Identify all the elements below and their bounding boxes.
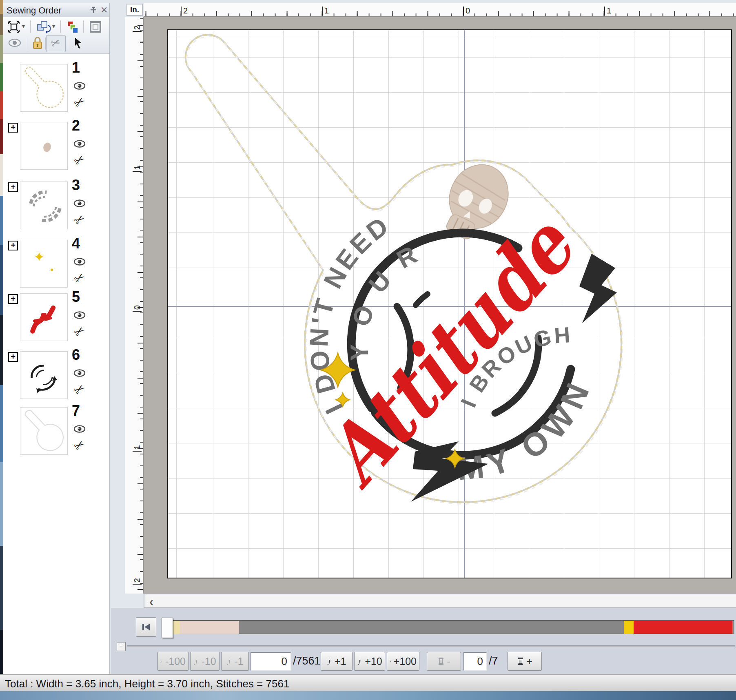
desktop-edge-strip (0, 0, 3, 700)
dropdown-icon[interactable]: ▾ (22, 23, 25, 29)
ruler-label: 1 (133, 165, 142, 172)
sequence-icon[interactable] (36, 20, 51, 34)
sewing-order-item[interactable]: 1 ✂ (3, 61, 109, 114)
slider-segment-red (634, 621, 732, 634)
ruler-label: 1 (322, 7, 329, 16)
needle-icon (160, 657, 163, 665)
trim-scissors-icon[interactable]: ✂ (74, 438, 84, 452)
ruler-label: 2 (181, 7, 188, 16)
thumbnail-skull-fill[interactable] (20, 122, 68, 170)
item-number: 4 (72, 235, 80, 252)
ruler-label: 2 (133, 578, 142, 585)
status-text: Total : Width = 3.65 inch, Height = 3.70… (5, 678, 289, 690)
stitch-forward-1-button[interactable]: +1 (321, 652, 352, 671)
panel-title-bar[interactable]: Sewing Order ✕ (3, 3, 109, 17)
ruler-label: 1 (604, 7, 611, 16)
thumbnail-black-arcs[interactable] (20, 351, 68, 399)
lock-icon[interactable] (32, 36, 43, 50)
item-number: 7 (72, 402, 80, 419)
color-forward-button[interactable]: + (508, 652, 542, 671)
trim-scissors-icon[interactable]: ✂ (74, 95, 84, 109)
visibility-eye-icon[interactable] (73, 369, 86, 379)
stitch-forward-10-button[interactable]: +10 (354, 652, 385, 671)
needle-icon (226, 657, 232, 665)
dropdown-icon[interactable]: ▾ (52, 23, 55, 29)
item-number: 2 (72, 117, 80, 134)
collapse-splitter-button[interactable]: − (117, 642, 126, 651)
sewing-order-item[interactable]: + 6 ✂ (3, 348, 109, 401)
thumbnail-yellow-stars[interactable] (20, 240, 68, 288)
color-back-button[interactable]: - (427, 652, 461, 671)
horizontal-scrollbar[interactable]: ‹ (144, 594, 736, 608)
slider-segment-cream (172, 621, 180, 634)
scroll-left-icon[interactable]: ‹ (149, 595, 153, 609)
sewing-order-item[interactable]: + 5 ✂ (3, 290, 109, 343)
stitch-forward-100-button[interactable]: +100 (387, 652, 419, 671)
item-number: 3 (72, 177, 80, 194)
sewing-order-item[interactable]: 7 ✂ (3, 404, 109, 457)
stitch-number-input[interactable] (251, 652, 291, 671)
pin-icon[interactable] (89, 6, 98, 15)
fit-selection-icon[interactable] (7, 20, 20, 33)
color-blocks-icon[interactable] (65, 20, 80, 34)
thumbnail-red-script[interactable] (20, 293, 68, 341)
thread-spool-icon (517, 657, 524, 665)
item-number: 1 (72, 59, 80, 76)
sewing-order-item[interactable]: + 2 ✂ (3, 119, 109, 172)
visibility-eye-icon[interactable] (73, 258, 86, 267)
sewing-order-item[interactable]: + 3 ✂ (3, 178, 109, 231)
expand-button[interactable]: + (8, 182, 18, 192)
trim-scissors-icon[interactable]: ✂ (74, 324, 84, 339)
ruler-label: 1 (133, 445, 142, 452)
eye-icon[interactable] (8, 38, 21, 47)
stitch-back-1-button[interactable]: -1 (221, 652, 249, 671)
goto-start-button[interactable] (136, 617, 156, 637)
hoop-icon[interactable] (89, 20, 102, 33)
sewing-order-item[interactable]: + 4 ✂ (3, 237, 109, 290)
expand-button[interactable]: + (8, 241, 18, 250)
trim-scissors-icon[interactable]: ✂ (74, 213, 84, 227)
item-number: 6 (72, 346, 80, 363)
stitch-progress-slider[interactable] (162, 620, 734, 634)
ruler-label: 0 (133, 305, 142, 312)
thumbnail-fob-outline[interactable] (20, 64, 68, 112)
visibility-eye-icon[interactable] (73, 199, 86, 209)
needle-icon (357, 657, 363, 665)
ruler-unit-box[interactable]: in. (126, 4, 143, 16)
expand-button[interactable]: + (8, 352, 18, 362)
trim-scissors-icon[interactable]: ✂ (74, 271, 84, 285)
trim-scissors-icon[interactable]: ✂ (74, 153, 84, 167)
slider-handle[interactable] (162, 618, 173, 638)
visibility-eye-icon[interactable] (73, 311, 86, 321)
design-canvas[interactable]: I DON'T NEED YOUR I BROUGHT MY OWN Atti (144, 17, 736, 594)
select-arrow-icon[interactable] (73, 37, 84, 50)
hoop-page[interactable]: I DON'T NEED YOUR I BROUGHT MY OWN Atti (167, 29, 732, 578)
goto-start-icon (142, 623, 151, 631)
visibility-eye-icon[interactable] (73, 82, 86, 91)
stitch-back-10-button[interactable]: -10 (190, 652, 219, 671)
desktop-edge-strip (0, 691, 736, 700)
thumbnail-gray-arcs[interactable] (20, 182, 68, 229)
thumbnail-fob-outline-light[interactable] (20, 407, 68, 455)
slider-segment-gray (239, 621, 624, 634)
visibility-eye-icon[interactable] (73, 425, 86, 434)
stitch-total-label: /7561 (293, 655, 321, 667)
visibility-eye-icon[interactable] (73, 140, 86, 149)
splitter-line[interactable] (127, 645, 735, 647)
vertical-ruler: 2 1 0 1 2 (125, 17, 144, 594)
panel-title: Sewing Order (7, 5, 62, 16)
expand-button[interactable]: + (8, 123, 18, 133)
stitch-back-100-button[interactable]: -100 (157, 652, 188, 671)
color-number-input[interactable] (463, 652, 487, 671)
scissors-toggle[interactable]: ✂ (46, 35, 66, 52)
embroidery-design[interactable]: I DON'T NEED YOUR I BROUGHT MY OWN Atti (168, 30, 731, 578)
thread-spool-icon (437, 657, 445, 665)
sewing-order-panel: Sewing Order ✕ ▾ ▾ (3, 3, 110, 674)
expand-button[interactable]: + (8, 294, 18, 304)
close-icon[interactable]: ✕ (100, 5, 108, 16)
item-number: 5 (72, 288, 80, 306)
needle-icon (193, 657, 199, 665)
trim-scissors-icon[interactable]: ✂ (74, 382, 84, 397)
needle-icon (327, 657, 333, 665)
scissors-icon: ✂ (49, 34, 63, 52)
